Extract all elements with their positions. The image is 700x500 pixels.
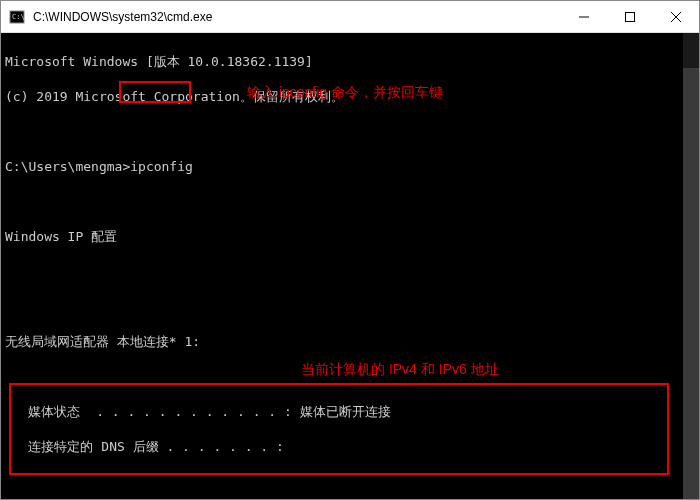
annotation-box-result [9,383,669,475]
svg-text:C:\: C:\ [12,13,25,21]
annotation-text-command: 输入 ipconfig 命令，并按回车键 [247,84,443,102]
scrollbar-thumb[interactable] [683,68,699,499]
terminal-body[interactable]: Microsoft Windows [版本 10.0.18362.1139] (… [1,33,699,499]
blank [5,473,695,491]
ip-config-header: Windows IP 配置 [5,228,695,246]
annotation-text-result: 当前计算机的 IPv4 和 IPv6 地址 [301,361,499,379]
close-button[interactable] [653,1,699,33]
titlebar[interactable]: C:\ C:\WINDOWS\system32\cmd.exe [1,1,699,33]
maximize-button[interactable] [607,1,653,33]
scrollbar[interactable] [683,33,699,499]
svg-rect-3 [626,12,635,21]
prompt-path: C:\Users\mengma> [5,159,130,174]
adapter1-media: 媒体状态 . . . . . . . . . . . . : 媒体已断开连接 [5,403,695,421]
window-controls [561,1,699,33]
minimize-button[interactable] [561,1,607,33]
adapter1-title: 无线局域网适配器 本地连接* 1: [5,333,695,351]
typed-command: ipconfig [130,159,193,174]
cmd-window: C:\ C:\WINDOWS\system32\cmd.exe Microsof… [0,0,700,500]
blank [5,263,695,281]
blank [5,298,695,316]
prompt-line-1: C:\Users\mengma>ipconfig [5,158,695,176]
version-line: Microsoft Windows [版本 10.0.18362.1139] [5,53,695,71]
blank [5,193,695,211]
window-title: C:\WINDOWS\system32\cmd.exe [33,10,561,24]
cmd-icon: C:\ [9,9,25,25]
adapter1-dns: 连接特定的 DNS 后缀 . . . . . . . : [5,438,695,456]
blank [5,123,695,141]
